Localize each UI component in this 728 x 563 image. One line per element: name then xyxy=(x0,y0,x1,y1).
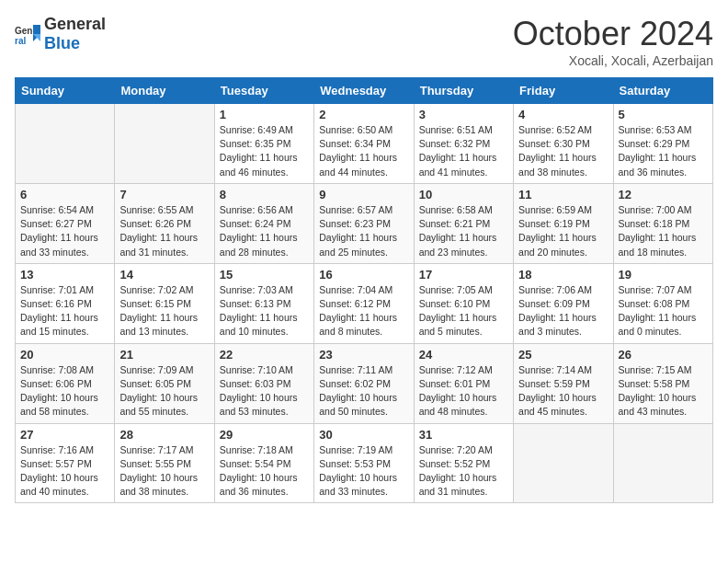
day-info: Sunrise: 6:58 AMSunset: 6:21 PMDaylight:… xyxy=(419,203,508,259)
day-cell: 31Sunrise: 7:20 AMSunset: 5:52 PMDayligh… xyxy=(414,423,513,503)
day-cell: 29Sunrise: 7:18 AMSunset: 5:54 PMDayligh… xyxy=(214,423,313,503)
day-info: Sunrise: 6:56 AMSunset: 6:24 PMDaylight:… xyxy=(220,203,309,259)
day-info: Sunrise: 7:18 AMSunset: 5:54 PMDaylight:… xyxy=(220,443,309,500)
day-number: 13 xyxy=(20,268,109,282)
day-info: Sunrise: 7:03 AMSunset: 6:13 PMDaylight:… xyxy=(220,283,309,339)
day-number: 1 xyxy=(220,108,309,121)
day-number: 6 xyxy=(20,188,109,201)
calendar-body: 1Sunrise: 6:49 AMSunset: 6:35 PMDaylight… xyxy=(16,104,713,503)
week-row-5: 27Sunrise: 7:16 AMSunset: 5:57 PMDayligh… xyxy=(16,423,713,503)
day-number: 21 xyxy=(119,348,209,362)
day-cell: 18Sunrise: 7:06 AMSunset: 6:09 PMDayligh… xyxy=(514,263,613,343)
title-area: October 2024 Xocali, Xocali, Azerbaijan xyxy=(513,15,713,68)
day-info: Sunrise: 7:16 AMSunset: 5:57 PMDaylight:… xyxy=(20,443,109,500)
header: Gene ral General Blue October 2024 Xocal… xyxy=(15,15,713,68)
day-number: 10 xyxy=(419,188,508,201)
day-cell: 1Sunrise: 6:49 AMSunset: 6:35 PMDaylight… xyxy=(214,104,313,184)
day-number: 29 xyxy=(220,428,309,442)
day-info: Sunrise: 7:20 AMSunset: 5:52 PMDaylight:… xyxy=(419,443,508,500)
day-info: Sunrise: 6:57 AMSunset: 6:23 PMDaylight:… xyxy=(319,203,408,259)
day-cell: 10Sunrise: 6:58 AMSunset: 6:21 PMDayligh… xyxy=(414,183,513,263)
day-info: Sunrise: 7:19 AMSunset: 5:53 PMDaylight:… xyxy=(319,443,408,500)
weekday-header-saturday: Saturday xyxy=(613,78,712,104)
day-number: 3 xyxy=(419,108,508,121)
day-cell: 19Sunrise: 7:07 AMSunset: 6:08 PMDayligh… xyxy=(613,263,712,343)
day-info: Sunrise: 6:51 AMSunset: 6:32 PMDaylight:… xyxy=(419,123,508,179)
day-cell: 20Sunrise: 7:08 AMSunset: 6:06 PMDayligh… xyxy=(16,343,115,423)
svg-text:ral: ral xyxy=(15,36,26,46)
day-info: Sunrise: 7:11 AMSunset: 6:02 PMDaylight:… xyxy=(319,363,408,419)
weekday-header-row: SundayMondayTuesdayWednesdayThursdayFrid… xyxy=(16,78,713,104)
day-number: 5 xyxy=(619,108,708,121)
logo-icon: Gene ral xyxy=(15,21,40,47)
day-info: Sunrise: 6:54 AMSunset: 6:27 PMDaylight:… xyxy=(20,203,109,259)
day-number: 23 xyxy=(319,348,408,362)
day-cell: 21Sunrise: 7:09 AMSunset: 6:05 PMDayligh… xyxy=(115,343,214,423)
day-info: Sunrise: 7:15 AMSunset: 5:58 PMDaylight:… xyxy=(619,363,708,419)
day-info: Sunrise: 6:50 AMSunset: 6:34 PMDaylight:… xyxy=(319,123,408,179)
weekday-header-tuesday: Tuesday xyxy=(214,78,313,104)
day-cell: 14Sunrise: 7:02 AMSunset: 6:15 PMDayligh… xyxy=(115,263,214,343)
day-cell xyxy=(115,104,214,184)
day-number: 27 xyxy=(20,428,109,442)
day-number: 12 xyxy=(619,188,708,201)
day-number: 24 xyxy=(419,348,508,362)
day-info: Sunrise: 7:10 AMSunset: 6:03 PMDaylight:… xyxy=(220,363,309,419)
week-row-2: 6Sunrise: 6:54 AMSunset: 6:27 PMDaylight… xyxy=(16,183,713,263)
day-number: 9 xyxy=(319,188,408,201)
weekday-header-sunday: Sunday xyxy=(16,78,115,104)
day-number: 22 xyxy=(220,348,309,362)
day-info: Sunrise: 7:08 AMSunset: 6:06 PMDaylight:… xyxy=(20,363,109,419)
day-cell: 11Sunrise: 6:59 AMSunset: 6:19 PMDayligh… xyxy=(514,183,613,263)
logo: Gene ral General Blue xyxy=(15,15,106,53)
day-cell: 8Sunrise: 6:56 AMSunset: 6:24 PMDaylight… xyxy=(214,183,313,263)
day-number: 25 xyxy=(518,348,608,362)
day-info: Sunrise: 6:55 AMSunset: 6:26 PMDaylight:… xyxy=(119,203,209,259)
day-info: Sunrise: 6:59 AMSunset: 6:19 PMDaylight:… xyxy=(518,203,608,259)
day-cell: 4Sunrise: 6:52 AMSunset: 6:30 PMDaylight… xyxy=(514,104,613,184)
logo-text-blue: Blue xyxy=(44,34,80,52)
day-cell xyxy=(613,423,712,503)
week-row-1: 1Sunrise: 6:49 AMSunset: 6:35 PMDaylight… xyxy=(16,104,713,184)
location-subtitle: Xocali, Xocali, Azerbaijan xyxy=(513,53,713,68)
day-number: 18 xyxy=(518,268,608,282)
week-row-4: 20Sunrise: 7:08 AMSunset: 6:06 PMDayligh… xyxy=(16,343,713,423)
day-number: 4 xyxy=(518,108,608,121)
day-cell: 16Sunrise: 7:04 AMSunset: 6:12 PMDayligh… xyxy=(314,263,414,343)
day-info: Sunrise: 7:04 AMSunset: 6:12 PMDaylight:… xyxy=(319,283,408,339)
day-cell: 26Sunrise: 7:15 AMSunset: 5:58 PMDayligh… xyxy=(613,343,712,423)
day-info: Sunrise: 7:01 AMSunset: 6:16 PMDaylight:… xyxy=(20,283,109,339)
day-info: Sunrise: 6:49 AMSunset: 6:35 PMDaylight:… xyxy=(220,123,309,179)
day-number: 16 xyxy=(319,268,408,282)
day-info: Sunrise: 6:52 AMSunset: 6:30 PMDaylight:… xyxy=(518,123,608,179)
day-cell xyxy=(514,423,613,503)
day-cell: 28Sunrise: 7:17 AMSunset: 5:55 PMDayligh… xyxy=(115,423,214,503)
day-cell: 23Sunrise: 7:11 AMSunset: 6:02 PMDayligh… xyxy=(314,343,414,423)
day-info: Sunrise: 7:09 AMSunset: 6:05 PMDaylight:… xyxy=(119,363,209,419)
day-cell: 17Sunrise: 7:05 AMSunset: 6:10 PMDayligh… xyxy=(414,263,513,343)
weekday-header-wednesday: Wednesday xyxy=(314,78,414,104)
day-number: 31 xyxy=(419,428,508,442)
day-cell: 9Sunrise: 6:57 AMSunset: 6:23 PMDaylight… xyxy=(314,183,414,263)
day-cell: 15Sunrise: 7:03 AMSunset: 6:13 PMDayligh… xyxy=(214,263,313,343)
day-number: 7 xyxy=(119,188,209,201)
week-row-3: 13Sunrise: 7:01 AMSunset: 6:16 PMDayligh… xyxy=(16,263,713,343)
day-info: Sunrise: 7:12 AMSunset: 6:01 PMDaylight:… xyxy=(419,363,508,419)
calendar-table: SundayMondayTuesdayWednesdayThursdayFrid… xyxy=(15,77,713,503)
month-title: October 2024 xyxy=(513,15,713,53)
day-cell: 13Sunrise: 7:01 AMSunset: 6:16 PMDayligh… xyxy=(16,263,115,343)
weekday-header-thursday: Thursday xyxy=(414,78,513,104)
day-info: Sunrise: 7:06 AMSunset: 6:09 PMDaylight:… xyxy=(518,283,608,339)
day-cell xyxy=(16,104,115,184)
day-info: Sunrise: 7:14 AMSunset: 5:59 PMDaylight:… xyxy=(518,363,608,419)
day-cell: 7Sunrise: 6:55 AMSunset: 6:26 PMDaylight… xyxy=(115,183,214,263)
weekday-header-monday: Monday xyxy=(115,78,214,104)
day-info: Sunrise: 7:02 AMSunset: 6:15 PMDaylight:… xyxy=(119,283,209,339)
day-cell: 2Sunrise: 6:50 AMSunset: 6:34 PMDaylight… xyxy=(314,104,414,184)
day-number: 28 xyxy=(119,428,209,442)
day-number: 11 xyxy=(518,188,608,201)
day-cell: 24Sunrise: 7:12 AMSunset: 6:01 PMDayligh… xyxy=(414,343,513,423)
logo-text-general: Gene xyxy=(44,15,85,33)
weekday-header-friday: Friday xyxy=(514,78,613,104)
day-cell: 12Sunrise: 7:00 AMSunset: 6:18 PMDayligh… xyxy=(613,183,712,263)
